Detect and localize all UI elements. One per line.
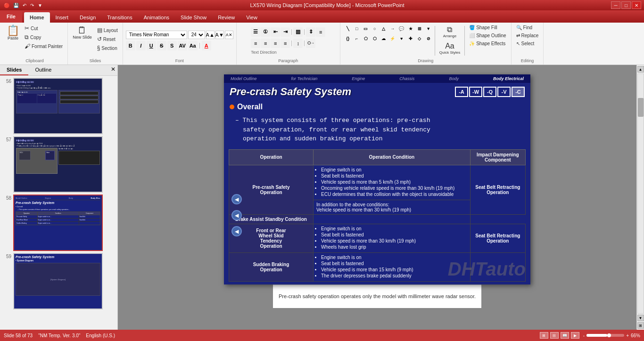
tab-animations[interactable]: Animations <box>138 12 175 23</box>
star-shape[interactable]: ★ <box>406 24 415 33</box>
hexagon-shape[interactable]: ⬡ <box>370 34 380 43</box>
callout-shape[interactable]: 💬 <box>397 24 406 33</box>
replace-button[interactable]: ⇄ Replace <box>514 32 541 39</box>
no-sign-shape[interactable]: ⊘ <box>424 34 433 43</box>
numbering-btn[interactable]: ① <box>261 27 270 37</box>
slide-thumb-56[interactable]: Hệ thống tái khí • Kích hoạt tái khí • T… <box>13 78 103 134</box>
maximize-btn[interactable]: □ <box>621 1 631 9</box>
slide-item-57[interactable]: 57 Hệ thống tái khí • Điều khiển tái khí… <box>2 136 116 193</box>
arrange-button[interactable]: ⧉ Arrange <box>438 24 462 40</box>
layout-button[interactable]: ▤ Layout <box>95 26 120 34</box>
outline-tab[interactable]: Outline <box>28 65 58 75</box>
more-shapes[interactable]: ⊞ <box>415 24 424 33</box>
scroll-thumb[interactable] <box>638 98 644 117</box>
slide-thumb-59[interactable]: Pre-crash Safety System • System Diagram… <box>13 253 103 309</box>
scroll-track[interactable] <box>637 73 644 314</box>
align-left-btn[interactable]: ≡ <box>251 39 260 48</box>
quick-styles-button[interactable]: Aa Quick Styles <box>438 41 462 56</box>
zoom-in-btn[interactable]: + <box>626 333 629 338</box>
cross-shape[interactable]: ✚ <box>406 34 415 43</box>
justify-btn[interactable]: ≡ <box>281 39 290 48</box>
shadow-btn[interactable]: S <box>167 41 177 50</box>
right-scrollbar[interactable]: ▲ ▼ ⊞ <box>636 65 644 330</box>
scroll-down-btn[interactable]: ▼ <box>637 315 644 321</box>
slide-thumb-57[interactable]: Hệ thống tái khí • Điều khiển tái khí nâ… <box>13 136 103 193</box>
reading-view-btn[interactable]: 📖 <box>561 332 569 339</box>
tab-view[interactable]: View <box>240 12 263 23</box>
normal-view-btn[interactable]: ⊞ <box>540 332 548 339</box>
cloud-shape[interactable]: ☁ <box>379 34 388 43</box>
shape-fill-button[interactable]: 🪣 Shape Fill <box>467 24 508 31</box>
increase-indent-btn[interactable]: ⇥ <box>281 27 290 37</box>
italic-btn[interactable]: I <box>136 41 146 50</box>
clear-format-btn[interactable]: A✕ <box>225 31 233 39</box>
spacing-btn[interactable]: AV <box>178 41 187 50</box>
zoom-bar[interactable] <box>586 334 624 337</box>
minimize-btn[interactable]: ─ <box>611 1 620 9</box>
slide-item-58[interactable]: 58 Model OutlineEngineBodyBody Elec. Pre… <box>2 195 116 251</box>
tab-file[interactable]: File <box>0 10 22 23</box>
paste-button[interactable]: 📋 Paste <box>5 24 21 42</box>
tab-review[interactable]: Review <box>212 12 240 23</box>
scroll-up-btn[interactable]: ▲ <box>637 66 644 73</box>
nav-btn-v[interactable]: -V <box>497 87 511 97</box>
arrow-shape[interactable]: → <box>388 24 397 33</box>
nav-btn-c[interactable]: -C <box>512 87 525 97</box>
shape-effects-button[interactable]: ✨ Shape Effects <box>467 40 508 47</box>
slide-item-59[interactable]: 59 Pre-crash Safety System • System Diag… <box>2 253 116 309</box>
reset-button[interactable]: ↺ Reset <box>95 35 120 43</box>
lightning-shape[interactable]: ⚡ <box>388 34 397 43</box>
bold-btn[interactable]: B <box>126 41 135 50</box>
nav-btn-w[interactable]: -W <box>469 87 482 97</box>
strikethrough-btn[interactable]: S <box>157 41 166 50</box>
slide-sorter-btn[interactable]: ⊟ <box>550 332 559 339</box>
bracket-shape[interactable]: {} <box>343 34 353 43</box>
nav-buttons[interactable]: -A -W -Q -V -C <box>455 87 525 97</box>
close-panel-btn[interactable]: ✕ <box>109 65 117 75</box>
undo-btn[interactable]: ↶ <box>22 3 27 8</box>
slideshow-btn[interactable]: ▶ <box>571 332 579 339</box>
quick-access-toolbar[interactable]: 🔴 💾 ↶ ↷ ▼ <box>3 3 43 8</box>
oval-shape[interactable]: ○ <box>370 24 380 33</box>
align-text-btn[interactable]: ≡ <box>316 27 325 37</box>
copy-button[interactable]: ⧉ Copy <box>23 33 65 41</box>
brace-shape[interactable]: ⌐ <box>352 34 362 43</box>
text-direction-btn[interactable]: ⇕ <box>306 27 315 37</box>
align-center-btn[interactable]: ≡ <box>261 39 270 48</box>
shape-outline-button[interactable]: ⬜ Shape Outline <box>467 32 508 39</box>
pentagon-shape[interactable]: ⬠ <box>361 34 371 43</box>
select-button[interactable]: ↖ Select <box>514 40 541 47</box>
font-color-btn[interactable]: A <box>202 41 211 50</box>
nav-btn-a[interactable]: -A <box>455 87 468 97</box>
zoom-thumb[interactable] <box>607 333 611 337</box>
save-btn[interactable]: 💾 <box>12 3 20 8</box>
tab-slideshow[interactable]: Slide Show <box>175 12 212 23</box>
cut-button[interactable]: ✂ Cut <box>23 24 65 32</box>
nav-btn-q[interactable]: -Q <box>483 87 496 97</box>
new-slide-button[interactable]: 🗒 New Slide <box>71 24 94 41</box>
redo-btn[interactable]: ↷ <box>29 3 35 8</box>
round-rect-shape[interactable]: ▭ <box>361 24 371 33</box>
underline-btn[interactable]: U <box>147 41 156 50</box>
line-spacing-btn[interactable]: ↕ <box>293 39 303 48</box>
decrease-indent-btn[interactable]: ⇤ <box>271 27 280 37</box>
heart-shape[interactable]: ♥ <box>397 34 406 43</box>
shape-more[interactable]: ▼ <box>424 24 433 33</box>
tab-insert[interactable]: Insert <box>50 12 74 23</box>
customize-btn[interactable]: ▼ <box>37 3 43 8</box>
case-btn[interactable]: Aa <box>188 41 198 50</box>
bullets-btn[interactable]: ☰ <box>251 27 260 37</box>
section-button[interactable]: § Section <box>95 44 120 52</box>
format-painter-button[interactable]: 🖌 Format Painter <box>23 42 65 50</box>
rect-shape[interactable]: □ <box>352 24 362 33</box>
tab-transitions[interactable]: Transitions <box>101 12 138 23</box>
columns-btn[interactable]: ▥ <box>293 27 303 37</box>
window-controls[interactable]: ─ □ ✕ <box>611 1 641 9</box>
decrease-font-btn[interactable]: A▼ <box>215 31 224 39</box>
scroll-expand-btn[interactable]: ⊞ <box>637 322 644 329</box>
zoom-out-btn[interactable]: - <box>583 333 585 338</box>
triangle-shape[interactable]: △ <box>379 24 388 33</box>
find-button[interactable]: 🔍 Find <box>514 24 541 31</box>
font-size-select[interactable]: 24 <box>188 31 205 39</box>
align-right-btn[interactable]: ≡ <box>271 39 280 48</box>
